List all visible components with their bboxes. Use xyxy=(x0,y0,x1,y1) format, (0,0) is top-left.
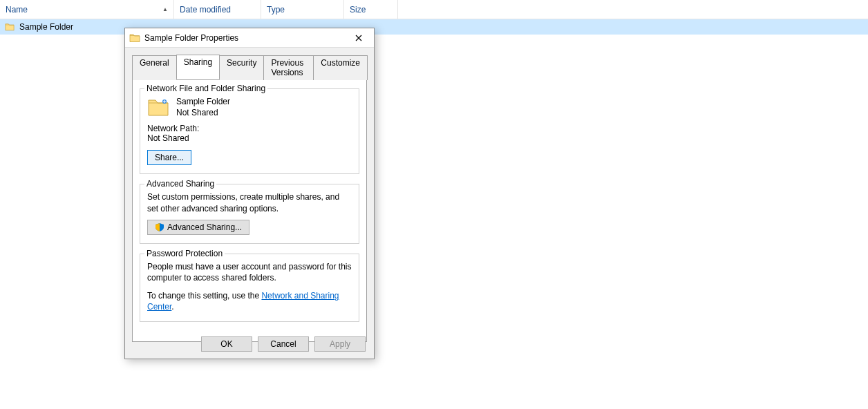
folder-icon xyxy=(4,22,15,32)
password-protection-desc: People must have a user account and pass… xyxy=(147,261,352,283)
group-advanced-sharing: Advanced Sharing Set custom permissions,… xyxy=(140,184,359,243)
cancel-button[interactable]: Cancel xyxy=(258,336,309,352)
close-icon xyxy=(355,35,362,41)
sort-ascending-icon: ▲ xyxy=(162,6,168,12)
column-name-label: Name xyxy=(6,5,28,15)
properties-dialog: Sample Folder Properties General Sharing… xyxy=(124,28,375,359)
share-button[interactable]: Share... xyxy=(147,150,191,165)
column-type[interactable]: Type xyxy=(261,0,344,19)
tab-general[interactable]: General xyxy=(132,55,177,80)
column-headers: Name ▲ Date modified Type Size xyxy=(0,0,868,19)
network-path-value: Not Shared xyxy=(147,133,352,143)
advanced-sharing-button[interactable]: Advanced Sharing... xyxy=(147,220,249,235)
advanced-sharing-desc: Set custom permissions, create multiple … xyxy=(147,191,352,213)
network-path-label: Network Path: xyxy=(147,124,352,133)
folder-share-icon xyxy=(147,96,169,118)
titlebar[interactable]: Sample Folder Properties xyxy=(125,28,374,48)
group-legend: Password Protection xyxy=(144,249,225,258)
shield-icon xyxy=(155,222,164,232)
tab-panel-sharing: Network File and Folder Sharing Sample F… xyxy=(132,79,367,342)
folder-icon xyxy=(129,32,140,44)
tab-security[interactable]: Security xyxy=(219,55,264,80)
password-protection-change: To change this setting, use the Network … xyxy=(147,290,352,312)
close-button[interactable] xyxy=(345,29,372,47)
column-name[interactable]: Name ▲ xyxy=(0,0,174,19)
dialog-buttons: OK Cancel Apply xyxy=(201,336,366,352)
apply-button[interactable]: Apply xyxy=(314,336,366,352)
group-legend: Network File and Folder Sharing xyxy=(144,84,267,93)
tabs: General Sharing Security Previous Versio… xyxy=(132,55,367,79)
ok-button[interactable]: OK xyxy=(201,336,252,352)
dialog-title: Sample Folder Properties xyxy=(144,33,345,43)
column-date-modified[interactable]: Date modified xyxy=(174,0,261,19)
column-size[interactable]: Size xyxy=(344,0,398,19)
tab-sharing[interactable]: Sharing xyxy=(176,55,220,79)
tab-previous-versions[interactable]: Previous Versions xyxy=(263,55,314,80)
group-network-sharing: Network File and Folder Sharing Sample F… xyxy=(140,88,359,174)
group-password-protection: Password Protection People must have a u… xyxy=(140,254,359,322)
group-legend: Advanced Sharing xyxy=(144,179,216,189)
file-name: Sample Folder xyxy=(19,22,73,32)
tab-customize[interactable]: Customize xyxy=(313,55,368,80)
share-status: Not Shared xyxy=(176,107,230,118)
share-folder-name: Sample Folder xyxy=(176,96,230,107)
